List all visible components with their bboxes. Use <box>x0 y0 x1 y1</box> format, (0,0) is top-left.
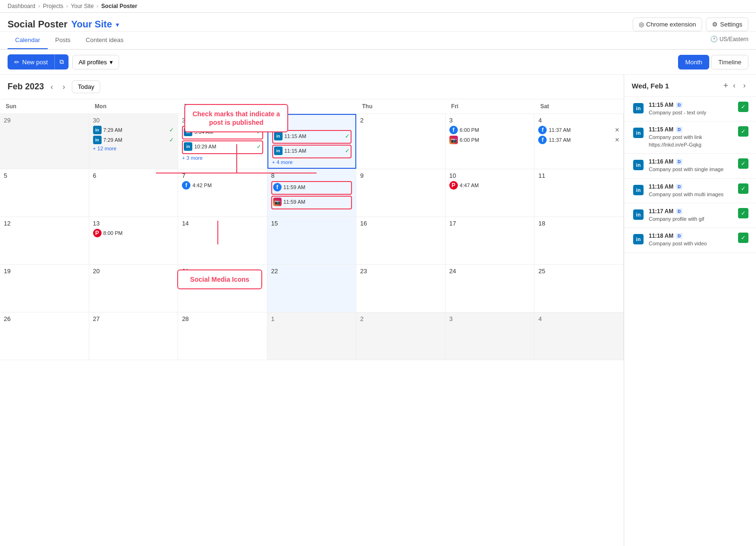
cal-cell-16[interactable]: 16 <box>356 217 446 264</box>
sidebar-post-5[interactable]: in 11:17 AM D Company profile with gif ✓ <box>624 203 756 228</box>
cal-cell-13[interactable]: 13 P 8:00 PM <box>89 217 179 264</box>
post-item[interactable]: in 7:29 AM ✓ <box>93 126 174 134</box>
linkedin-icon: in <box>93 126 102 134</box>
more-link[interactable]: + 4 more <box>272 159 352 165</box>
cal-cell-18[interactable]: 18 <box>534 217 624 264</box>
toolbar: ✏ New post ⧉ All profiles ▾ Month Timeli… <box>0 50 756 75</box>
cal-cell-28[interactable]: 28 <box>178 312 267 360</box>
cal-cell-20[interactable]: 20 <box>89 265 179 312</box>
sidebar-post-time: 11:16 AM <box>649 183 673 190</box>
cal-cell-mar2[interactable]: 2 <box>356 312 446 360</box>
post-item[interactable]: 📷 6:00 PM <box>449 136 531 144</box>
cal-cell-11[interactable]: 11 <box>534 169 624 217</box>
sidebar-post-content-3: 11:16 AM D Company post with single imag… <box>649 158 734 173</box>
next-month-button[interactable]: › <box>60 82 68 92</box>
cal-cell-23[interactable]: 23 <box>356 265 446 312</box>
sidebar-post-time: 11:16 AM <box>649 158 673 165</box>
month-view-button[interactable]: Month <box>678 55 709 69</box>
cal-cell-17[interactable]: 17 <box>446 217 535 264</box>
wed8-posts: f 11:59 AM 📷 11:59 AM <box>271 181 352 209</box>
prev-month-button[interactable]: ‹ <box>48 82 56 92</box>
sidebar-post-desc: Company post with link https://lnkd.in/e… <box>649 134 734 148</box>
cal-cell-10[interactable]: 10 P 4:47 AM <box>446 169 535 217</box>
tab-content-ideas[interactable]: Content ideas <box>78 32 131 49</box>
check-mark: ✓ <box>345 147 350 154</box>
more-link[interactable]: + 3 more <box>182 155 263 161</box>
cal-cell-26[interactable]: 26 <box>0 312 89 360</box>
sidebar-post-3[interactable]: in 11:16 AM D Company post with single i… <box>624 154 756 178</box>
cal-cell-fri3[interactable]: 3 f 6:00 PM 📷 6:00 PM <box>446 114 535 169</box>
tab-posts[interactable]: Posts <box>48 32 78 49</box>
more-link[interactable]: + 12 more <box>93 146 174 151</box>
post-item[interactable]: in 7:29 AM ✓ <box>93 136 174 144</box>
cal-cell-7[interactable]: 7 f 4:42 PM <box>178 169 267 217</box>
all-profiles-button[interactable]: All profiles ▾ <box>72 55 119 69</box>
site-name[interactable]: Your Site <box>71 19 112 30</box>
cal-cell-mar1[interactable]: 1 <box>267 312 357 360</box>
post-time: 11:15 AM <box>284 133 306 139</box>
top-bar: Dashboard › Projects › Your Site › Socia… <box>0 0 756 13</box>
cal-cell-19[interactable]: 19 <box>0 265 89 312</box>
new-post-button[interactable]: ✏ New post <box>8 54 54 69</box>
breadcrumb-projects[interactable]: Projects <box>43 3 63 9</box>
sidebar-next-button[interactable]: › <box>740 80 748 91</box>
cal-cell-27[interactable]: 27 <box>89 312 179 360</box>
cal-cell-wed8[interactable]: 8 f 11:59 AM 📷 11:59 AM <box>267 169 357 217</box>
linkedin-icon: in <box>633 185 644 195</box>
timezone-label: US/Eastern <box>720 36 748 43</box>
copy-icon: ⧉ <box>60 58 64 65</box>
cal-cell-sat4[interactable]: 4 f 11:37 AM ✕ f 11:37 AM ✕ <box>534 114 624 169</box>
cal-cell-24[interactable]: 24 <box>446 265 535 312</box>
timeline-view-button[interactable]: Timeline <box>711 55 748 69</box>
today-button[interactable]: Today <box>72 80 101 93</box>
breadcrumb-dashboard[interactable]: Dashboard <box>8 3 35 9</box>
sidebar-add-button[interactable]: + <box>723 80 729 91</box>
annotated-checkmark-wed-2: in 11:15 AM ✓ <box>272 145 352 158</box>
sidebar-post-time: 11:18 AM <box>649 233 673 239</box>
sidebar-post-desc: Company post with multi images <box>649 191 734 198</box>
cal-cell-29[interactable]: 29 <box>0 114 89 169</box>
sidebar-post-4[interactable]: in 11:16 AM D Company post with multi im… <box>624 179 756 203</box>
sidebar-post-time: 11:15 AM <box>649 126 673 133</box>
cal-cell-22[interactable]: 22 <box>267 265 357 312</box>
app-header: Social Poster Your Site ▾ ◎ Chrome exten… <box>0 13 756 32</box>
day-num-17: 17 <box>449 220 531 227</box>
post-item[interactable]: f 11:37 AM ✕ <box>538 136 619 144</box>
cal-cell-2[interactable]: 2 <box>356 114 446 169</box>
post-item[interactable]: f 11:59 AM <box>273 183 351 191</box>
post-item[interactable]: P 4:47 AM <box>449 181 531 190</box>
sidebar-prev-button[interactable]: ‹ <box>730 80 738 91</box>
post-item[interactable]: f 6:00 PM <box>449 126 531 134</box>
post-item[interactable]: 📷 11:59 AM <box>273 198 351 206</box>
post-time: 11:37 AM <box>549 127 570 133</box>
sidebar-post-1[interactable]: in 11:15 AM D Company post - text only ✓ <box>624 97 756 121</box>
cal-cell-mar3[interactable]: 3 <box>446 312 535 360</box>
post-item[interactable]: f 4:42 PM <box>182 181 263 190</box>
day-num-20: 20 <box>93 268 174 275</box>
cal-cell-mar4[interactable]: 4 <box>534 312 624 360</box>
cal-cell-12[interactable]: 12 <box>0 217 89 264</box>
settings-button[interactable]: ⚙ Settings <box>706 17 748 31</box>
d-badge: D <box>676 102 682 108</box>
sidebar-post-6[interactable]: in 11:18 AM D Company post with video ✓ <box>624 228 756 252</box>
cal-cell-30[interactable]: 30 in 7:29 AM ✓ in 7:29 AM ✓ + 12 more <box>89 114 179 169</box>
cal-cell-6[interactable]: 6 <box>89 169 179 217</box>
day-num-25: 25 <box>538 268 619 275</box>
post-item[interactable]: f 11:37 AM ✕ <box>538 126 619 134</box>
day-num-mar2: 2 <box>360 315 441 322</box>
post-item[interactable]: P 8:00 PM <box>93 229 174 237</box>
cal-cell-9[interactable]: 9 <box>356 169 446 217</box>
post-item[interactable]: in 10:29 AM ✓ <box>184 142 261 151</box>
sidebar-post-2[interactable]: in 11:15 AM D Company post with link htt… <box>624 121 756 154</box>
post-item[interactable]: in 11:15 AM ✓ <box>274 132 350 140</box>
new-post-extra-button[interactable]: ⧉ <box>54 54 69 69</box>
cal-cell-25[interactable]: 25 <box>534 265 624 312</box>
cal-cell-15[interactable]: 15 <box>267 217 357 264</box>
cal-cell-14[interactable]: 14 <box>178 217 267 264</box>
site-dropdown-arrow[interactable]: ▾ <box>116 21 119 28</box>
cal-cell-5[interactable]: 5 <box>0 169 89 217</box>
chrome-extension-button[interactable]: ◎ Chrome extension <box>633 17 703 31</box>
tab-calendar[interactable]: Calendar <box>8 32 48 49</box>
post-item[interactable]: in 11:15 AM ✓ <box>274 147 350 155</box>
breadcrumb-your-site[interactable]: Your Site <box>71 3 94 9</box>
